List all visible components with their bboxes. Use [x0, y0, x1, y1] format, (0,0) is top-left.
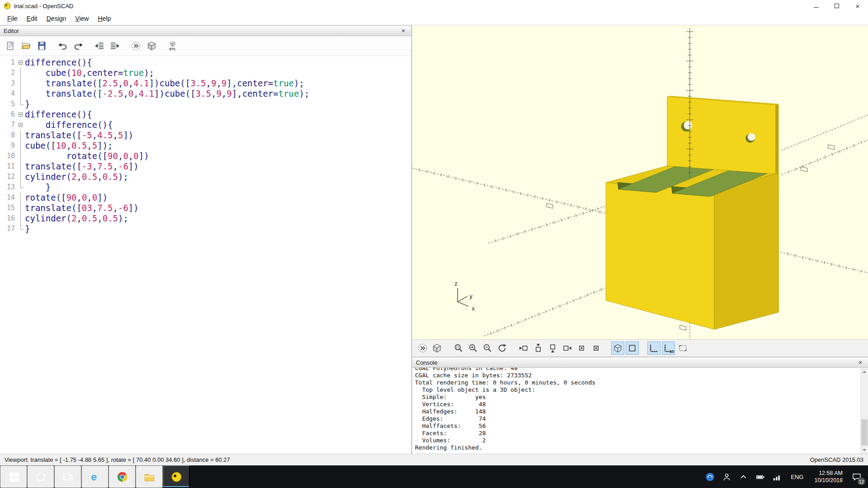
- view-bottom-button[interactable]: [546, 342, 559, 355]
- tray-hidden-icons-button[interactable]: [735, 465, 752, 488]
- line-number: 14: [0, 192, 17, 203]
- undo-icon: [57, 41, 68, 51]
- console-line: Edges: 74: [415, 415, 868, 422]
- start-button[interactable]: [0, 465, 27, 488]
- tray-battery-icon[interactable]: [752, 465, 769, 488]
- fold-marker[interactable]: [17, 109, 25, 120]
- console-close-button[interactable]: ×: [856, 359, 864, 366]
- view-left-button[interactable]: [561, 342, 574, 355]
- indent-button[interactable]: [108, 38, 123, 53]
- axis-label-z: z: [454, 280, 458, 287]
- fold-marker: [17, 89, 25, 99]
- console-line: Halfedges: 148: [415, 408, 868, 415]
- openscad-taskbar-button[interactable]: [163, 465, 190, 488]
- minimize-button[interactable]: [806, 0, 826, 12]
- view-diagonal-button[interactable]: [611, 342, 624, 355]
- export-stl-button[interactable]: STL: [165, 38, 180, 53]
- maximize-button[interactable]: [826, 0, 847, 12]
- fold-marker[interactable]: [17, 120, 25, 130]
- edge-icon: e: [90, 471, 101, 483]
- fold-marker[interactable]: [17, 57, 25, 68]
- console-line: Volumes: 2: [415, 437, 868, 444]
- view-left-icon: [562, 343, 572, 353]
- redo-icon: [73, 41, 84, 51]
- unindent-button[interactable]: [92, 38, 107, 53]
- view-top-icon: [533, 343, 543, 353]
- language-indicator[interactable]: ENG: [785, 465, 809, 488]
- action-center-button[interactable]: 12: [848, 465, 868, 488]
- clock[interactable]: 12:58 AM 10/10/2018: [809, 465, 848, 488]
- chrome-button[interactable]: [108, 465, 136, 488]
- line-number: 12: [0, 172, 17, 182]
- zoom-out-button[interactable]: [481, 342, 494, 355]
- line-number: 5: [0, 99, 17, 109]
- scroll-up-arrow[interactable]: [861, 368, 868, 375]
- scrollbar-thumb[interactable]: [861, 419, 868, 446]
- cortana-search-button[interactable]: [27, 465, 54, 488]
- render-button[interactable]: [144, 38, 159, 53]
- edge-button[interactable]: e: [81, 465, 108, 488]
- line-number: 6: [0, 109, 17, 120]
- code-text: rotate([90,0,0]): [25, 192, 108, 203]
- close-button[interactable]: ×: [847, 0, 868, 12]
- tray-date: 10/10/2018: [814, 477, 843, 484]
- view-back-icon: [591, 343, 601, 353]
- undo-button[interactable]: [55, 38, 70, 53]
- view-all-button[interactable]: [452, 342, 465, 355]
- show-scale-markers-button[interactable]: 10: [662, 342, 675, 355]
- code-editor[interactable]: 1difference(){2 cube(10,center=true);3 t…: [0, 56, 411, 454]
- fold-marker: [17, 99, 25, 109]
- viewport-toolbar: 10: [412, 339, 868, 357]
- save-file-button[interactable]: [34, 38, 49, 53]
- preview-button[interactable]: [416, 342, 429, 355]
- reset-view-button[interactable]: [495, 342, 509, 355]
- view-top-button[interactable]: [532, 342, 545, 355]
- console-output[interactable]: CGAL Polyhedrons in cache: 48CGAL cache …: [412, 368, 868, 454]
- console-lines: CGAL Polyhedrons in cache: 48CGAL cache …: [415, 368, 868, 451]
- axes-icon: [649, 343, 659, 353]
- redo-button[interactable]: [71, 38, 86, 53]
- code-text: rotate([90,0,0]): [25, 151, 149, 161]
- tray-blue-circle-icon[interactable]: [702, 465, 718, 488]
- editor-close-button[interactable]: ×: [399, 27, 407, 34]
- editor-panel: Editor × STL 1difference(){2 cube(10,cen…: [0, 25, 412, 454]
- open-file-button[interactable]: [19, 38, 33, 53]
- preview-button[interactable]: [128, 38, 143, 53]
- show-axes-button[interactable]: [647, 342, 660, 355]
- file-explorer-button[interactable]: [136, 465, 163, 488]
- save-icon: [37, 41, 47, 51]
- task-view-button[interactable]: [54, 465, 81, 488]
- zoom-out-icon: [482, 343, 493, 353]
- svg-text:e: e: [91, 471, 97, 483]
- fold-marker: [17, 130, 25, 141]
- folder-open-icon: [21, 41, 31, 51]
- fold-marker: [17, 203, 25, 213]
- menu-view[interactable]: View: [71, 13, 93, 24]
- menu-design[interactable]: Design: [42, 13, 71, 24]
- scroll-down-arrow[interactable]: [861, 446, 868, 454]
- view-front-button[interactable]: [575, 342, 588, 355]
- view-back-button[interactable]: [590, 342, 603, 355]
- render-button[interactable]: [430, 342, 443, 355]
- line-number: 1: [0, 57, 17, 68]
- tray-network-icon[interactable]: [769, 465, 785, 488]
- taskbar-tray: ENG 12:58 AM 10/10/2018 12: [702, 465, 868, 488]
- menu-file[interactable]: File: [3, 13, 22, 24]
- code-line: 14rotate([90,0,0]): [0, 192, 411, 203]
- console-scrollbar[interactable]: [860, 368, 868, 454]
- new-file-button[interactable]: [3, 38, 18, 53]
- view-orthogonal-button[interactable]: [626, 342, 639, 355]
- menu-edit[interactable]: Edit: [22, 13, 42, 24]
- code-text: translate([2.5,0,4.1])cube([3.5,9,9],cen…: [25, 78, 304, 89]
- view-right-button[interactable]: [517, 342, 530, 355]
- console-line: Halffacets: 56: [415, 422, 868, 430]
- right-panel: z y x 10 Console × CGAL Polyhedrons in c…: [412, 25, 868, 454]
- viewport-3d[interactable]: z y x: [412, 25, 868, 339]
- view-bbox-button[interactable]: [676, 342, 689, 355]
- viewport-3d-scene[interactable]: z y x: [412, 25, 868, 339]
- menu-help[interactable]: Help: [93, 13, 115, 24]
- tray-people-icon[interactable]: [718, 465, 735, 488]
- console-panel-header: Console ×: [412, 357, 868, 368]
- render-cube-icon: [146, 41, 157, 51]
- zoom-in-button[interactable]: [467, 342, 480, 355]
